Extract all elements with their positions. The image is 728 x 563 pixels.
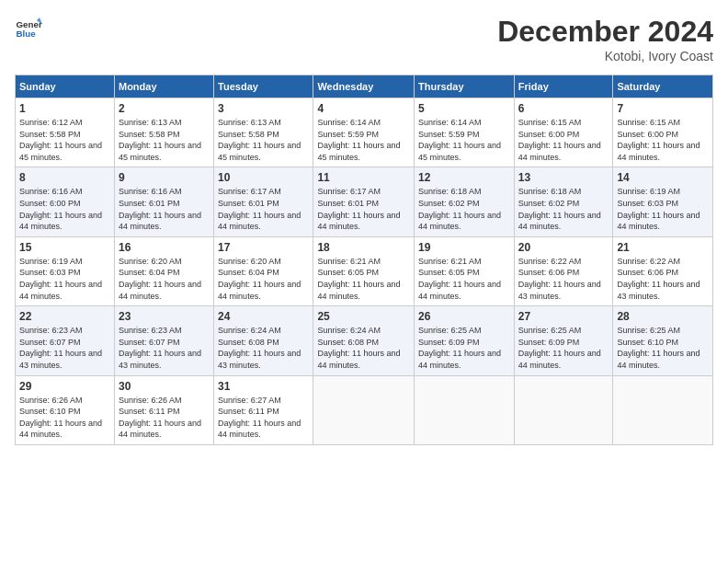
day-number: 10 <box>218 171 309 184</box>
day-info: Sunrise: 6:24 AM Sunset: 6:08 PM Dayligh… <box>218 325 309 371</box>
calendar-cell: 1 Sunrise: 6:12 AM Sunset: 5:58 PM Dayli… <box>16 98 115 167</box>
day-number: 23 <box>119 310 210 323</box>
day-number: 4 <box>317 102 410 115</box>
calendar-cell: 12 Sunrise: 6:18 AM Sunset: 6:02 PM Dayl… <box>415 167 515 236</box>
calendar-cell: 26 Sunrise: 6:25 AM Sunset: 6:09 PM Dayl… <box>415 306 515 375</box>
day-number: 25 <box>317 310 410 323</box>
day-info: Sunrise: 6:21 AM Sunset: 6:05 PM Dayligh… <box>418 256 510 302</box>
day-number: 27 <box>518 310 609 323</box>
day-info: Sunrise: 6:26 AM Sunset: 6:11 PM Dayligh… <box>119 395 210 441</box>
location-title: Kotobi, Ivory Coast <box>497 49 713 63</box>
calendar-cell: 2 Sunrise: 6:13 AM Sunset: 5:58 PM Dayli… <box>114 98 213 167</box>
calendar-cell: 10 Sunrise: 6:17 AM Sunset: 6:01 PM Dayl… <box>214 167 313 236</box>
day-number: 31 <box>218 380 309 393</box>
weekday-header-tuesday: Tuesday <box>214 75 313 98</box>
calendar-cell: 20 Sunrise: 6:22 AM Sunset: 6:06 PM Dayl… <box>514 236 613 305</box>
calendar-cell <box>313 375 415 444</box>
calendar-cell: 23 Sunrise: 6:23 AM Sunset: 6:07 PM Dayl… <box>114 306 213 375</box>
day-number: 8 <box>19 171 110 184</box>
svg-text:Blue: Blue <box>17 29 37 39</box>
day-info: Sunrise: 6:18 AM Sunset: 6:02 PM Dayligh… <box>418 186 510 232</box>
weekday-header-monday: Monday <box>114 75 213 98</box>
calendar-cell: 14 Sunrise: 6:19 AM Sunset: 6:03 PM Dayl… <box>613 167 713 236</box>
day-number: 14 <box>617 171 709 184</box>
calendar-cell: 13 Sunrise: 6:18 AM Sunset: 6:02 PM Dayl… <box>514 167 613 236</box>
day-info: Sunrise: 6:22 AM Sunset: 6:06 PM Dayligh… <box>518 256 609 302</box>
day-info: Sunrise: 6:19 AM Sunset: 6:03 PM Dayligh… <box>617 186 709 232</box>
day-number: 13 <box>518 171 609 184</box>
day-number: 9 <box>119 171 210 184</box>
calendar-cell: 11 Sunrise: 6:17 AM Sunset: 6:01 PM Dayl… <box>313 167 415 236</box>
calendar-cell: 9 Sunrise: 6:16 AM Sunset: 6:01 PM Dayli… <box>114 167 213 236</box>
day-number: 2 <box>119 102 210 115</box>
weekday-header-sunday: Sunday <box>16 75 115 98</box>
day-info: Sunrise: 6:17 AM Sunset: 6:01 PM Dayligh… <box>218 186 309 232</box>
calendar-cell: 21 Sunrise: 6:22 AM Sunset: 6:06 PM Dayl… <box>613 236 713 305</box>
weekday-header-friday: Friday <box>514 75 613 98</box>
day-info: Sunrise: 6:13 AM Sunset: 5:58 PM Dayligh… <box>218 117 309 163</box>
day-number: 3 <box>218 102 309 115</box>
day-info: Sunrise: 6:17 AM Sunset: 6:01 PM Dayligh… <box>317 186 410 232</box>
day-number: 5 <box>418 102 510 115</box>
day-info: Sunrise: 6:22 AM Sunset: 6:06 PM Dayligh… <box>617 256 709 302</box>
calendar-cell <box>415 375 515 444</box>
title-section: December 2024 Kotobi, Ivory Coast <box>497 15 713 63</box>
weekday-header-wednesday: Wednesday <box>313 75 415 98</box>
day-number: 11 <box>317 171 410 184</box>
day-number: 12 <box>418 171 510 184</box>
day-info: Sunrise: 6:15 AM Sunset: 6:00 PM Dayligh… <box>518 117 609 163</box>
day-info: Sunrise: 6:27 AM Sunset: 6:11 PM Dayligh… <box>218 395 309 441</box>
day-info: Sunrise: 6:23 AM Sunset: 6:07 PM Dayligh… <box>19 325 110 371</box>
calendar-cell: 19 Sunrise: 6:21 AM Sunset: 6:05 PM Dayl… <box>415 236 515 305</box>
calendar-cell: 16 Sunrise: 6:20 AM Sunset: 6:04 PM Dayl… <box>114 236 213 305</box>
day-number: 19 <box>418 241 510 254</box>
day-info: Sunrise: 6:25 AM Sunset: 6:10 PM Dayligh… <box>617 325 709 371</box>
day-info: Sunrise: 6:14 AM Sunset: 5:59 PM Dayligh… <box>317 117 410 163</box>
day-info: Sunrise: 6:26 AM Sunset: 6:10 PM Dayligh… <box>19 395 110 441</box>
day-info: Sunrise: 6:20 AM Sunset: 6:04 PM Dayligh… <box>119 256 210 302</box>
day-info: Sunrise: 6:12 AM Sunset: 5:58 PM Dayligh… <box>19 117 110 163</box>
calendar-cell: 3 Sunrise: 6:13 AM Sunset: 5:58 PM Dayli… <box>214 98 313 167</box>
weekday-header-saturday: Saturday <box>613 75 713 98</box>
page-header: General Blue December 2024 Kotobi, Ivory… <box>15 15 713 63</box>
day-info: Sunrise: 6:20 AM Sunset: 6:04 PM Dayligh… <box>218 256 309 302</box>
day-number: 1 <box>19 102 110 115</box>
calendar-cell: 29 Sunrise: 6:26 AM Sunset: 6:10 PM Dayl… <box>16 375 115 444</box>
day-number: 22 <box>19 310 110 323</box>
weekday-header-thursday: Thursday <box>415 75 515 98</box>
day-number: 6 <box>518 102 609 115</box>
calendar-cell: 25 Sunrise: 6:24 AM Sunset: 6:08 PM Dayl… <box>313 306 415 375</box>
calendar-cell <box>613 375 713 444</box>
calendar-cell: 7 Sunrise: 6:15 AM Sunset: 6:00 PM Dayli… <box>613 98 713 167</box>
day-number: 7 <box>617 102 709 115</box>
day-number: 24 <box>218 310 309 323</box>
calendar-cell: 15 Sunrise: 6:19 AM Sunset: 6:03 PM Dayl… <box>16 236 115 305</box>
day-info: Sunrise: 6:25 AM Sunset: 6:09 PM Dayligh… <box>418 325 510 371</box>
day-info: Sunrise: 6:19 AM Sunset: 6:03 PM Dayligh… <box>19 256 110 302</box>
calendar-cell: 18 Sunrise: 6:21 AM Sunset: 6:05 PM Dayl… <box>313 236 415 305</box>
calendar-cell: 5 Sunrise: 6:14 AM Sunset: 5:59 PM Dayli… <box>415 98 515 167</box>
calendar-cell: 27 Sunrise: 6:25 AM Sunset: 6:09 PM Dayl… <box>514 306 613 375</box>
day-info: Sunrise: 6:21 AM Sunset: 6:05 PM Dayligh… <box>317 256 410 302</box>
logo: General Blue <box>15 15 42 42</box>
calendar-table: SundayMondayTuesdayWednesdayThursdayFrid… <box>15 75 713 445</box>
day-number: 28 <box>617 310 709 323</box>
day-number: 16 <box>119 241 210 254</box>
day-info: Sunrise: 6:14 AM Sunset: 5:59 PM Dayligh… <box>418 117 510 163</box>
calendar-cell: 8 Sunrise: 6:16 AM Sunset: 6:00 PM Dayli… <box>16 167 115 236</box>
calendar-cell: 17 Sunrise: 6:20 AM Sunset: 6:04 PM Dayl… <box>214 236 313 305</box>
calendar-cell: 4 Sunrise: 6:14 AM Sunset: 5:59 PM Dayli… <box>313 98 415 167</box>
day-number: 20 <box>518 241 609 254</box>
day-number: 29 <box>19 380 110 393</box>
day-number: 21 <box>617 241 709 254</box>
logo-icon: General Blue <box>15 15 42 42</box>
calendar-cell: 24 Sunrise: 6:24 AM Sunset: 6:08 PM Dayl… <box>214 306 313 375</box>
day-info: Sunrise: 6:15 AM Sunset: 6:00 PM Dayligh… <box>617 117 709 163</box>
day-number: 30 <box>119 380 210 393</box>
day-number: 26 <box>418 310 510 323</box>
day-info: Sunrise: 6:25 AM Sunset: 6:09 PM Dayligh… <box>518 325 609 371</box>
day-info: Sunrise: 6:23 AM Sunset: 6:07 PM Dayligh… <box>119 325 210 371</box>
day-number: 15 <box>19 241 110 254</box>
calendar-cell: 6 Sunrise: 6:15 AM Sunset: 6:00 PM Dayli… <box>514 98 613 167</box>
calendar-cell: 22 Sunrise: 6:23 AM Sunset: 6:07 PM Dayl… <box>16 306 115 375</box>
